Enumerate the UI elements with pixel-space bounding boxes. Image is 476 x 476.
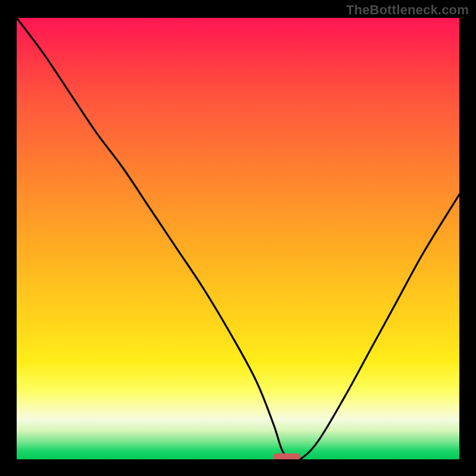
plot-area xyxy=(17,18,459,459)
optimal-marker xyxy=(273,453,300,459)
attribution-watermark: TheBottleneck.com xyxy=(346,2,469,18)
chart-frame: TheBottleneck.com xyxy=(0,0,476,476)
curve-path xyxy=(17,18,459,459)
bottleneck-curve xyxy=(17,18,459,459)
